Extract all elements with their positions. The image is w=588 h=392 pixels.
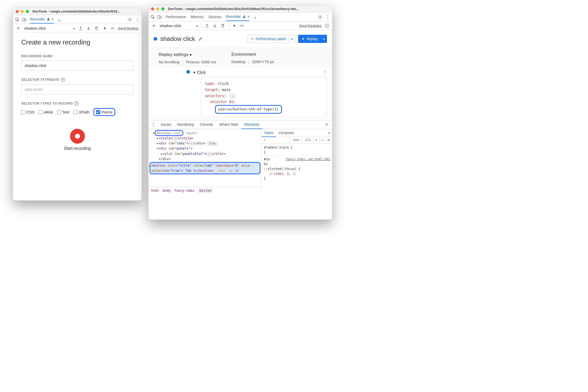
close-drawer-icon[interactable]: ×: [324, 122, 330, 127]
tab-label: Recorder: [226, 15, 241, 19]
drawer-tab-console[interactable]: Console: [197, 120, 216, 129]
close-tab-icon[interactable]: ×: [247, 14, 250, 19]
tab-recorder[interactable]: Recorder ×: [30, 17, 54, 24]
checkbox-xpath[interactable]: XPath: [73, 110, 89, 114]
checkbox-pierce[interactable]: Pierce: [96, 110, 112, 114]
replay-button[interactable]: Replay: [298, 35, 321, 43]
kebab-menu-icon[interactable]: ⋮: [151, 122, 158, 127]
start-recording-button[interactable]: [70, 129, 85, 144]
toggle-hov-button[interactable]: :hov: [290, 137, 302, 143]
window-title: DevTools - rawgit.com/ebidel/2d2bb0cdec3…: [166, 7, 330, 11]
step-title[interactable]: ▾Click: [193, 70, 327, 75]
tab-performance[interactable]: Performance: [166, 15, 186, 21]
performance-panel-button[interactable]: Performance panel: [247, 35, 289, 43]
dom-tree[interactable]: ▾#shadow-root (open) ▸<style>⋯</style> ▸…: [149, 129, 262, 194]
gear-icon[interactable]: [318, 15, 322, 19]
breadcrumb-item[interactable]: body: [163, 188, 171, 193]
performance-panel-caret[interactable]: [289, 35, 295, 43]
recording-name-input[interactable]: [21, 61, 133, 71]
import-icon[interactable]: [213, 24, 217, 28]
close-window-icon[interactable]: [16, 10, 19, 13]
checkbox-text[interactable]: Text: [57, 110, 70, 114]
titlebar: DevTools - rawgit.com/ebidel/2d2bb0cdec3…: [149, 5, 332, 13]
svg-rect-2: [24, 19, 26, 21]
close-tab-icon[interactable]: ×: [52, 17, 54, 21]
device-toolbar-icon[interactable]: [22, 17, 26, 22]
close-window-icon[interactable]: [151, 7, 154, 10]
replay-caret[interactable]: [321, 35, 327, 43]
traffic-lights[interactable]: [151, 7, 164, 10]
new-rule-icon[interactable]: +: [313, 137, 320, 143]
play-icon: [301, 37, 305, 41]
status-dot-icon: [154, 37, 157, 41]
breadcrumb-item[interactable]: html: [151, 188, 159, 193]
export-icon[interactable]: [78, 26, 83, 30]
drawer-tab-issues[interactable]: Issues: [158, 120, 174, 129]
recorder-toolbar: shadow click Send feedback ?: [149, 21, 332, 30]
tab-memory[interactable]: Memory: [191, 15, 204, 21]
play-skip-icon[interactable]: [232, 24, 236, 28]
svg-rect-6: [160, 16, 161, 18]
checkbox-css[interactable]: CSS: [21, 110, 35, 114]
export-icon[interactable]: [205, 24, 209, 28]
more-tabs-icon[interactable]: »: [58, 18, 60, 22]
device-toolbar-icon[interactable]: [157, 15, 162, 19]
play-skip-icon[interactable]: [102, 26, 107, 30]
replay-settings-header[interactable]: Replay settings▸: [159, 52, 216, 57]
tab-recorder[interactable]: Recorder ×: [226, 14, 250, 21]
maximize-window-icon[interactable]: [161, 7, 164, 10]
styles-tab-styles[interactable]: Styles: [262, 129, 276, 137]
step-click: ⋮ ▾Click type: click target: main select…: [149, 67, 332, 120]
help-icon[interactable]: ?: [325, 24, 329, 28]
selector-attribute-label: SELECTOR ATTRIBUTE ?: [21, 78, 133, 82]
breadcrumb-item[interactable]: fancy-tabs: [174, 188, 194, 193]
edit-icon[interactable]: [198, 37, 202, 41]
chevron-down-icon[interactable]: [196, 24, 198, 28]
kebab-menu-icon[interactable]: ⋮: [325, 14, 330, 20]
breadcrumb[interactable]: html body fancy-tabs button: [149, 187, 262, 194]
send-feedback-link[interactable]: Send feedbac: [118, 26, 139, 30]
speed-icon[interactable]: [110, 26, 115, 30]
send-feedback-link[interactable]: Send feedback: [299, 24, 321, 28]
kebab-menu-icon[interactable]: ⋮: [135, 17, 140, 22]
drawer-tab-rendering[interactable]: Rendering: [174, 120, 197, 129]
drawer-tab-whatsnew[interactable]: What's New: [216, 120, 241, 129]
kebab-menu-icon[interactable]: ⋮: [323, 70, 327, 74]
help-icon[interactable]: ?: [61, 78, 65, 82]
minimize-window-icon[interactable]: [156, 7, 159, 10]
minimize-window-icon[interactable]: [21, 10, 24, 13]
plus-icon[interactable]: [152, 24, 156, 28]
selector-attribute-input[interactable]: [21, 84, 133, 94]
styles-body[interactable]: element.style { } #tafancy-tabs-…mo.html…: [262, 144, 332, 194]
styles-filter-input[interactable]: F: [262, 137, 290, 143]
styles-tab-computed[interactable]: Computed: [276, 129, 296, 136]
tab-sources[interactable]: Sources: [208, 15, 221, 21]
trash-icon[interactable]: [221, 24, 225, 28]
recording-title: shadow click: [160, 35, 195, 42]
ellipsis-icon: ⋯: [149, 163, 151, 169]
plus-icon[interactable]: [16, 26, 20, 30]
source-link[interactable]: fancy-tabs-…mo.html:302: [286, 157, 330, 162]
inspect-element-icon[interactable]: [15, 17, 19, 22]
more-tabs-icon[interactable]: »: [326, 131, 332, 135]
svg-point-3: [129, 19, 130, 20]
speed-icon[interactable]: [240, 24, 244, 28]
traffic-lights[interactable]: [16, 10, 29, 13]
help-icon[interactable]: ?: [74, 101, 78, 106]
inspect-element-icon[interactable]: [151, 15, 155, 19]
trash-icon[interactable]: [94, 26, 99, 30]
chevron-down-icon[interactable]: [73, 26, 75, 30]
checkbox-aria[interactable]: ARIA: [39, 110, 53, 114]
main-tab-bar: Recorder × » ⋮: [13, 15, 142, 24]
gear-icon[interactable]: [128, 17, 132, 22]
drawer-tab-elements[interactable]: Elements: [241, 120, 262, 129]
breadcrumb-item[interactable]: button: [198, 188, 213, 193]
paint-icon[interactable]: ▭: [320, 137, 326, 143]
toggle-cls-button[interactable]: .cls: [302, 137, 313, 143]
maximize-window-icon[interactable]: [26, 10, 29, 13]
panel-dock-icon[interactable]: ⧉: [326, 137, 332, 143]
more-tabs-icon[interactable]: »: [254, 16, 256, 20]
import-icon[interactable]: [86, 26, 91, 30]
element-picker-icon[interactable]: ⬚↖: [230, 93, 236, 99]
step-dot-icon: [186, 70, 190, 74]
